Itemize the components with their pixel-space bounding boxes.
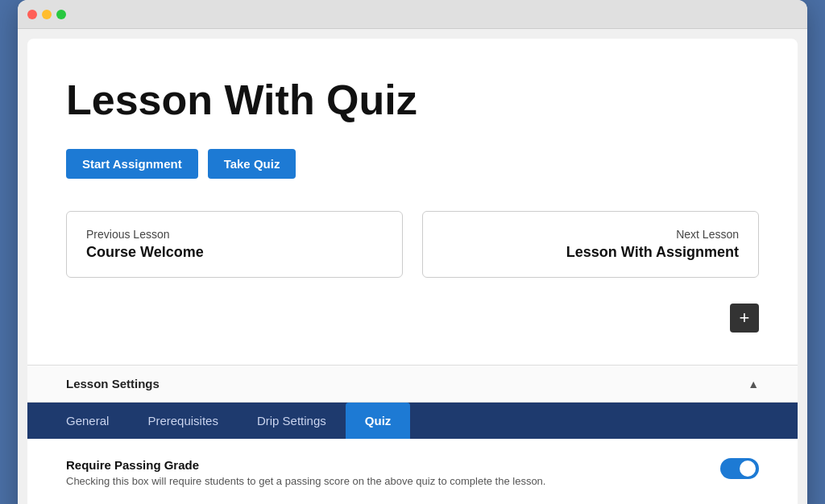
require-passing-grade-toggle[interactable] (720, 458, 759, 479)
settings-header[interactable]: Lesson Settings ▲ (27, 366, 798, 403)
quiz-tab-content: Require Passing Grade Checking this box … (27, 439, 798, 504)
close-button-icon[interactable] (27, 10, 37, 19)
require-passing-grade-row: Require Passing Grade Checking this box … (66, 458, 759, 487)
tab-prerequisites[interactable]: Prerequisites (128, 403, 238, 439)
app-window: Lesson With Quiz Start Assignment Take Q… (18, 0, 807, 504)
action-buttons: Start Assignment Take Quiz (66, 149, 759, 179)
next-lesson-card[interactable]: Next Lesson Lesson With Assignment (422, 211, 759, 278)
titlebar (18, 0, 807, 29)
settings-collapse-icon: ▲ (748, 378, 759, 390)
add-content-button[interactable]: + (730, 304, 759, 333)
tabs-bar: General Prerequisites Drip Settings Quiz (27, 403, 798, 439)
settings-section: Lesson Settings ▲ General Prerequisites … (27, 365, 798, 504)
prev-lesson-card[interactable]: Previous Lesson Course Welcome (66, 211, 403, 278)
toggle-container (720, 458, 759, 479)
traffic-lights (27, 10, 66, 19)
setting-info: Require Passing Grade Checking this box … (66, 458, 701, 487)
nav-cards: Previous Lesson Course Welcome Next Less… (66, 211, 759, 278)
start-assignment-button[interactable]: Start Assignment (66, 149, 198, 179)
setting-name: Require Passing Grade (66, 458, 701, 472)
setting-description: Checking this box will require students … (66, 475, 701, 487)
content-card: Lesson With Quiz Start Assignment Take Q… (27, 39, 798, 504)
toggle-slider (720, 458, 759, 479)
minimize-button-icon[interactable] (42, 10, 52, 19)
tab-quiz[interactable]: Quiz (346, 403, 411, 439)
tab-drip-settings[interactable]: Drip Settings (238, 403, 346, 439)
main-area: Lesson With Quiz Start Assignment Take Q… (27, 39, 798, 365)
prev-lesson-label: Previous Lesson (86, 228, 383, 241)
next-lesson-label: Next Lesson (442, 228, 739, 241)
add-button-row: + (66, 304, 759, 333)
settings-header-label: Lesson Settings (66, 377, 160, 390)
next-lesson-title: Lesson With Assignment (442, 244, 739, 261)
tab-general[interactable]: General (47, 403, 128, 439)
take-quiz-button[interactable]: Take Quiz (208, 149, 296, 179)
prev-lesson-title: Course Welcome (86, 244, 383, 261)
maximize-button-icon[interactable] (56, 10, 66, 19)
lesson-title: Lesson With Quiz (66, 77, 759, 123)
